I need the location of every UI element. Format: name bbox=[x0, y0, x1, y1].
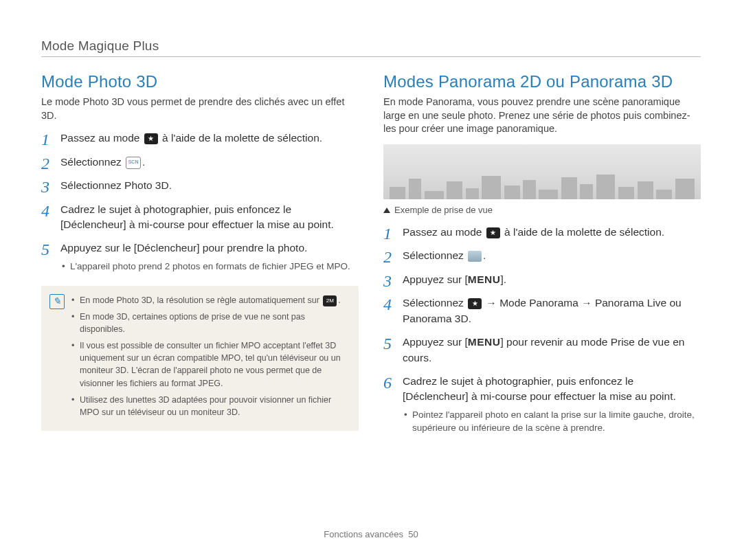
image-caption: Exemple de prise de vue bbox=[383, 205, 701, 215]
step-text: ]. bbox=[500, 273, 506, 285]
step-text: Appuyez sur [ bbox=[403, 336, 468, 348]
right-column: Modes Panorama 2D ou Panorama 3D En mode… bbox=[383, 69, 701, 443]
step-text: à l'aide de la molette de sélection. bbox=[502, 226, 664, 238]
note-item: En mode Photo 3D, la résolution se règle… bbox=[71, 294, 349, 306]
panorama-example-image bbox=[383, 144, 701, 199]
step-bold: Déclencheur bbox=[63, 219, 123, 230]
note-item: En mode 3D, certaines options de prise d… bbox=[71, 311, 349, 335]
page: Mode Magique Plus Mode Photo 3D Le mode … bbox=[0, 0, 742, 560]
menu-label: MENU bbox=[468, 335, 501, 350]
intro-panorama: En mode Panorama, vous pouvez prendre un… bbox=[383, 96, 701, 136]
step-text: ] pour prendre la photo. bbox=[196, 242, 307, 254]
step-text: Appuyez sur le [ bbox=[60, 242, 137, 254]
step-text: Passez au mode bbox=[403, 226, 485, 238]
step-text: Sélectionnez bbox=[60, 156, 124, 168]
step: Passez au mode à l'aide de la molette de… bbox=[41, 131, 359, 146]
step-text: Passez au mode bbox=[60, 132, 143, 144]
step-bold: Photo 3D bbox=[124, 179, 169, 191]
step-text: . bbox=[469, 313, 471, 324]
step-bold: Déclencheur bbox=[137, 242, 196, 254]
step-text: Sélectionnez bbox=[60, 179, 124, 191]
heading-photo3d: Mode Photo 3D bbox=[41, 72, 359, 91]
resolution-2m-icon bbox=[323, 295, 337, 306]
note-text: En mode Photo 3D, la résolution se règle… bbox=[80, 295, 322, 305]
page-footer: Fonctions avancées 50 bbox=[0, 529, 742, 539]
step-text: Appuyez sur [ bbox=[403, 273, 468, 285]
caption-triangle-icon bbox=[383, 208, 390, 213]
step-text: . bbox=[169, 179, 172, 191]
scn-icon bbox=[126, 157, 141, 169]
note-text: . bbox=[338, 295, 340, 305]
step-sub: Pointez l'appareil photo en calant la pr… bbox=[403, 409, 701, 435]
step-text: . bbox=[142, 156, 145, 168]
step: Sélectionnez → Mode Panorama → Panorama … bbox=[383, 295, 701, 326]
step: Cadrez le sujet à photographier, puis en… bbox=[383, 374, 701, 435]
step-text: ] à mi-course pour effectuer la mise au … bbox=[123, 219, 333, 230]
step: Sélectionnez . bbox=[383, 248, 701, 263]
panorama-icon bbox=[468, 251, 482, 262]
step-text: ] à mi-course pour effectuer la mise au … bbox=[465, 390, 675, 402]
step: Appuyez sur [MENU]. bbox=[383, 272, 701, 287]
step-bold: Déclencheur bbox=[405, 390, 465, 402]
step-bold: Panorama Live bbox=[595, 297, 666, 309]
left-column: Mode Photo 3D Le mode Photo 3D vous perm… bbox=[41, 69, 359, 443]
step: Sélectionnez . bbox=[41, 155, 359, 170]
step: Sélectionnez Photo 3D. bbox=[41, 178, 359, 193]
camera-icon bbox=[468, 298, 482, 309]
note-box: ✎ En mode Photo 3D, la résolution se règ… bbox=[41, 286, 359, 431]
footer-page-number: 50 bbox=[408, 529, 418, 539]
divider bbox=[41, 56, 701, 57]
menu-label: MENU bbox=[468, 272, 501, 287]
step: Appuyez sur le [Déclencheur] pour prendr… bbox=[41, 240, 359, 273]
footer-section: Fonctions avancées bbox=[324, 529, 403, 539]
caption-text: Exemple de prise de vue bbox=[394, 205, 493, 215]
step: Cadrez le sujet à photographier, puis en… bbox=[41, 202, 359, 233]
steps-panorama: Passez au mode à l'aide de la molette de… bbox=[383, 225, 701, 435]
step-bold: Panorama 3D bbox=[403, 313, 469, 324]
note-icon: ✎ bbox=[49, 294, 65, 309]
note-item: Utilisez des lunettes 3D adaptées pour p… bbox=[71, 394, 349, 418]
step-text: . bbox=[483, 249, 486, 261]
skyline-illustration bbox=[383, 173, 701, 199]
heading-panorama: Modes Panorama 2D ou Panorama 3D bbox=[383, 72, 701, 91]
step-text: Sélectionnez bbox=[403, 297, 466, 309]
note-list: En mode Photo 3D, la résolution se règle… bbox=[71, 294, 349, 418]
step-sub: L'appareil photo prend 2 photos en forma… bbox=[60, 260, 359, 273]
step-bold: Mode Panorama bbox=[499, 297, 578, 309]
step-text: ou bbox=[666, 297, 682, 309]
steps-photo3d: Passez au mode à l'aide de la molette de… bbox=[41, 131, 359, 273]
intro-photo3d: Le mode Photo 3D vous permet de prendre … bbox=[41, 96, 359, 122]
step-text: à l'aide de la molette de sélection. bbox=[159, 132, 322, 144]
breadcrumb-title: Mode Magique Plus bbox=[41, 38, 701, 54]
step: Appuyez sur [MENU] pour revenir au mode … bbox=[383, 335, 701, 366]
step-text: Sélectionnez bbox=[403, 249, 466, 261]
mode-dial-icon bbox=[486, 227, 500, 238]
step: Passez au mode à l'aide de la molette de… bbox=[383, 225, 701, 240]
arrow: → bbox=[578, 297, 595, 309]
note-item: Il vous est possible de consulter un fic… bbox=[71, 339, 349, 390]
mode-dial-icon bbox=[144, 133, 158, 144]
content-columns: Mode Photo 3D Le mode Photo 3D vous perm… bbox=[41, 69, 701, 443]
